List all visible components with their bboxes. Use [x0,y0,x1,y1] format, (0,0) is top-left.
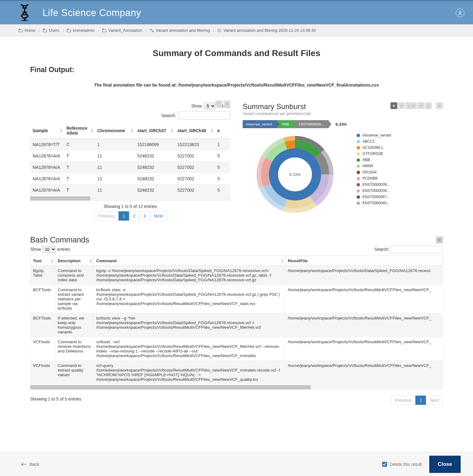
breadcrumb: Home › Users › knimeadmin › Variant_Anno… [0,24,473,37]
col-sample[interactable]: Sample▲▼ [30,123,64,139]
table-row[interactable]: NA12878=A/AT11524823252270025 [30,185,230,196]
table-cell: NA12878=A/A [30,185,64,196]
expand-icon[interactable]: ⛶ [216,100,222,107]
page-previous[interactable]: Previous [94,211,119,221]
col-chromosome[interactable]: Chromosome▲▼ [95,123,135,139]
legend-item[interactable]: OR10A4 [357,170,391,174]
page-2[interactable]: 2 [129,211,139,221]
table-cell: 5227002 [175,150,215,162]
table-row[interactable]: Bgzip, TabixCommand to compress and inde… [30,266,443,285]
path-seg-1[interactable]: missense_variant [243,120,277,128]
table-row[interactable]: VCFtoolsCommand to extract quality value… [30,361,443,384]
page-next[interactable]: Next [150,211,167,221]
table-row[interactable]: NA12878=A/AT11524823252270025 [30,173,230,185]
menu-icon[interactable]: ≡ [224,100,230,107]
path-seg-3[interactable]: ENST0000038... [293,120,328,128]
table-cell: T [64,162,95,173]
table-cell: /home/jeany/workspace/Projects/Vcftools/… [285,313,443,337]
entries-select[interactable]: 10 [42,246,56,253]
col-tool[interactable]: Tool▲▼ [30,256,55,266]
menu-icon[interactable]: ≡ [436,102,443,109]
table-cell: 5227002 [175,162,215,173]
table-cell: bcftools stats -s- /home/jeany/workspace… [94,285,285,313]
close-button[interactable]: Close [429,456,461,473]
page-3[interactable]: 3 [139,211,150,221]
table-cell: 5227002 [175,173,215,185]
legend-item[interactable]: AC104389.1 [357,145,391,150]
col-end[interactable]: e [215,123,230,139]
col-start38[interactable]: start_GRCh38▲▼ [175,123,215,139]
breadcrumb-users[interactable]: Users [43,28,59,33]
legend-item[interactable]: missense_variant [357,133,391,137]
col-description[interactable]: Description▲▼ [55,256,94,266]
col-resultfile[interactable]: ResultFile [285,256,443,266]
legend-item[interactable]: GTF2IRD2B [357,152,391,156]
sunburst-chart[interactable]: 8.33% [243,131,347,218]
search-input[interactable] [178,112,230,120]
table-row[interactable]: VCFtoolsCommand to remove Insertions and… [30,337,443,361]
svg-point-7 [152,31,154,32]
table-cell: NA12878=A/A [30,150,64,162]
legend-item[interactable]: ENST0000057... [357,195,391,199]
table-cell: 11 [95,150,135,162]
legend-item[interactable]: ENST0000040... [357,201,391,205]
check-icon[interactable]: ✓ [398,102,405,109]
breadcrumb-variant-annotation-folder[interactable]: Variant_Annotation [102,28,142,33]
close-icon[interactable]: ✕ [436,237,443,243]
breadcrumb-label: Variant annotation and filtering [156,28,210,33]
table-cell: Command to compress and index data [55,266,94,285]
table-cell: 1 [215,139,230,150]
table-cell: T [64,150,95,162]
table-cell: bgzip -c /home/jeany/workspace/Projects/… [94,266,285,285]
table-row[interactable]: BCFToolsCommand to extract variant stati… [30,285,443,313]
search-input[interactable] [390,246,443,253]
table-cell: 11 [95,173,135,185]
entries-select[interactable]: 5 [204,102,216,110]
legend-item[interactable]: HBB [357,158,391,162]
page-previous[interactable]: Previous [391,396,415,405]
breadcrumb-knimeadmin[interactable]: knimeadmin [67,28,95,33]
table-row[interactable]: NA12878=T/TC11521860991522136231 [30,139,230,150]
legend-item[interactable]: ENST0000039... [357,182,391,187]
sunburst-panel: ★ ✓ ⌕ ☆ ✓ ⌕ ≡ Summary Sunburst Variant c… [243,102,443,221]
breadcrumb-run[interactable]: Variant annotation and filtering 2020-11… [217,28,316,33]
col-ref-allele[interactable]: Reference Allele▲▼ [64,123,95,139]
table-cell: BCFTools [30,313,55,337]
page-1[interactable]: 1 [119,211,129,221]
back-button[interactable]: Back [21,462,39,467]
table-cell: 5 [215,173,230,185]
page-next[interactable]: Next [426,396,443,405]
check-icon[interactable]: ✓ [418,102,424,109]
table-cell: NA12878=A/A [30,162,64,173]
legend-item[interactable]: HRNR [357,164,391,168]
breadcrumb-workflow[interactable]: Variant annotation and filtering [150,28,210,33]
user-avatar-icon[interactable] [456,9,464,17]
breadcrumb-label: Users [49,28,59,33]
back-label: Back [30,462,39,467]
legend-item[interactable]: PCDHB8 [357,176,391,181]
star-filled-icon[interactable]: ★ [390,102,397,109]
star-icon[interactable]: ☆ [410,102,417,109]
horizontal-scrollbar[interactable] [30,196,230,201]
dna-logo-icon [18,4,31,22]
delete-checkbox-input[interactable] [382,462,387,467]
legend-item[interactable]: ABCC1 [357,139,391,144]
table-row[interactable]: BCFToolsIf selected, we keep only homozy… [30,313,443,337]
legend-item[interactable]: ENST0000039... [357,189,391,193]
table-cell: NA12878=T/T [30,139,64,150]
legend-swatch [357,189,360,193]
svg-point-5 [459,11,461,13]
col-command[interactable]: Command▲▼ [94,256,285,266]
horizontal-scrollbar[interactable] [30,385,443,389]
table-cell: Command to remove Insertions and Deletio… [55,337,94,361]
delete-result-checkbox[interactable]: Delete this result [382,462,422,467]
table-row[interactable]: NA12878=A/AT11524823252270025 [30,150,230,162]
table-cell: 5248232 [135,150,175,162]
table-row[interactable]: NA12878=A/AT11524823252270025 [30,162,230,173]
search-icon[interactable]: ⌕ [425,102,432,109]
table-cell: T [64,185,95,196]
col-start37[interactable]: start_GRCh37▲▼ [135,123,175,139]
page-1[interactable]: 1 [415,396,426,405]
table-cell: T [64,173,95,185]
breadcrumb-home[interactable]: Home [18,28,35,33]
